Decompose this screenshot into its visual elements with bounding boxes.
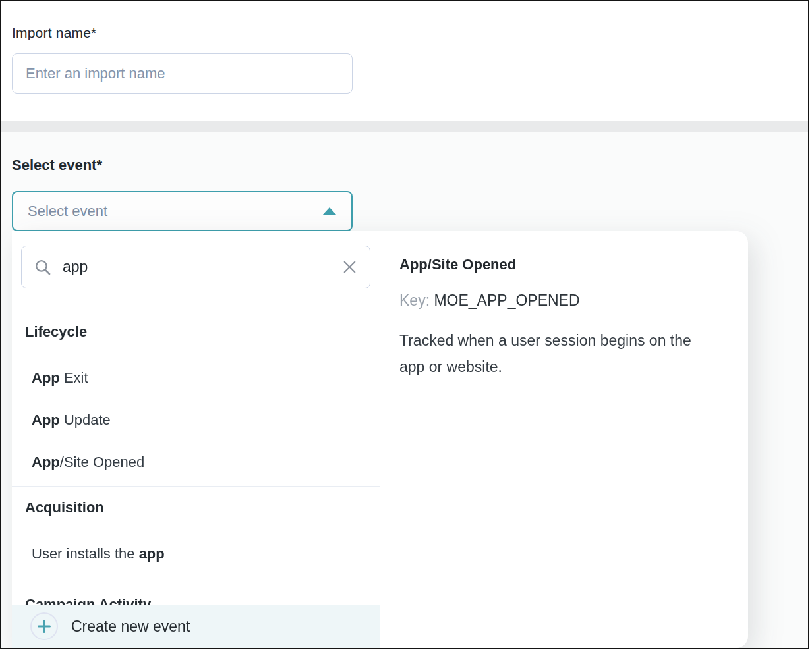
event-item[interactable]: User installs the app xyxy=(12,533,380,575)
event-select-value: Select event xyxy=(28,203,107,220)
plus-icon xyxy=(30,612,58,640)
event-select-dropdown[interactable]: Select event xyxy=(12,191,353,231)
event-item[interactable]: App Exit xyxy=(12,357,380,399)
event-key-value-text: MOE_APP_OPENED xyxy=(434,292,579,309)
event-search-box[interactable] xyxy=(21,246,370,288)
event-description: Tracked when a user session begins on th… xyxy=(399,327,693,380)
clear-search-icon[interactable] xyxy=(341,259,358,275)
event-key-row: Key: MOE_APP_OPENED xyxy=(399,290,722,310)
event-group-header: Lifecycle xyxy=(25,323,380,341)
import-name-section: Import name* xyxy=(1,1,808,121)
event-item[interactable]: App/Site Opened xyxy=(12,441,380,483)
import-name-input[interactable] xyxy=(12,53,353,94)
event-list: LifecycleApp ExitApp UpdateApp/Site Open… xyxy=(12,288,380,648)
event-dropdown-popup: LifecycleApp ExitApp UpdateApp/Site Open… xyxy=(12,231,748,648)
import-name-label: Import name* xyxy=(12,25,96,41)
section-divider-strip xyxy=(1,121,808,132)
event-item[interactable]: App Update xyxy=(12,399,380,441)
event-group-header: Acquisition xyxy=(25,499,380,517)
select-event-label: Select event* xyxy=(12,157,102,174)
create-new-event-label: Create new event xyxy=(71,618,190,636)
event-detail-panel: App/Site Opened Key: MOE_APP_OPENED Trac… xyxy=(380,231,748,648)
select-event-section: Select event* Select event xyxy=(1,132,808,648)
import-event-form: Import name* Select event* Select event xyxy=(0,0,809,649)
search-icon xyxy=(34,258,52,277)
event-search-input[interactable] xyxy=(63,258,341,276)
list-divider xyxy=(12,578,380,578)
event-key-label: Key: xyxy=(399,292,430,309)
chevron-up-icon xyxy=(322,207,337,215)
list-divider xyxy=(12,486,380,487)
create-new-event-button[interactable]: Create new event xyxy=(12,605,380,648)
event-list-panel: LifecycleApp ExitApp UpdateApp/Site Open… xyxy=(12,231,380,648)
event-detail-title: App/Site Opened xyxy=(399,255,722,275)
